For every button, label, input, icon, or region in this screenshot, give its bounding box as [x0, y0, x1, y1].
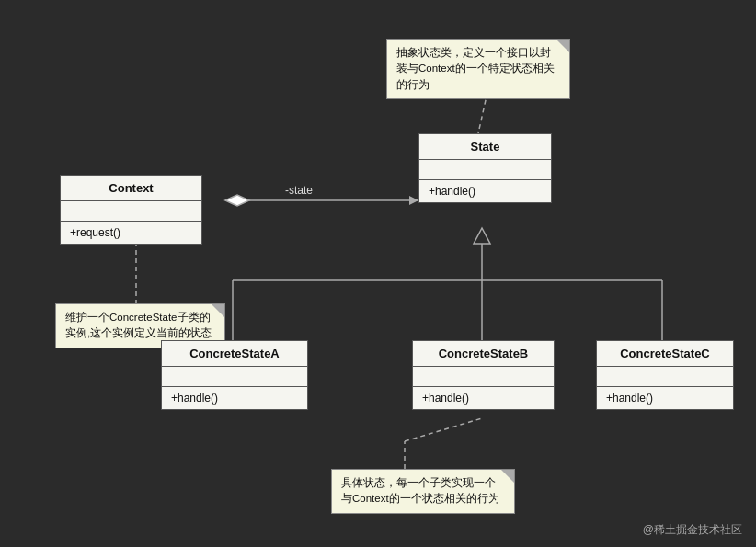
concrete-b-method: +handle()	[413, 387, 554, 409]
concrete-a-method: +handle()	[162, 387, 307, 409]
svg-line-13	[405, 418, 482, 441]
context-box: Context +request()	[60, 175, 202, 245]
concrete-a-box: ConcreteStateA +handle()	[161, 340, 308, 410]
context-title: Context	[61, 176, 201, 201]
watermark: @稀土掘金技术社区	[643, 522, 742, 538]
state-box: State +handle()	[418, 133, 552, 203]
concrete-b-divider	[413, 367, 554, 387]
state-relation-label: -state	[285, 184, 313, 197]
diagram-svg	[0, 0, 756, 547]
concrete-b-title: ConcreteStateB	[413, 341, 554, 367]
concrete-b-box: ConcreteStateB +handle()	[412, 340, 555, 410]
state-method: +handle()	[419, 180, 551, 202]
state-note: 抽象状态类，定义一个接口以封装与Context的一个特定状态相关的行为	[386, 39, 570, 99]
concrete-c-method: +handle()	[597, 387, 733, 409]
concrete-c-divider	[597, 367, 733, 387]
concrete-a-title: ConcreteStateA	[162, 341, 307, 367]
svg-marker-3	[409, 196, 418, 205]
concrete-note: 具体状态，每一个子类实现一个与Context的一个状态相关的行为	[331, 469, 515, 514]
state-divider	[419, 160, 551, 180]
concrete-c-box: ConcreteStateC +handle()	[596, 340, 734, 410]
context-divider	[61, 201, 201, 222]
svg-marker-9	[474, 228, 490, 244]
concrete-c-title: ConcreteStateC	[597, 341, 733, 367]
state-title: State	[419, 134, 551, 160]
concrete-a-divider	[162, 367, 307, 387]
diagram-container: 抽象状态类，定义一个接口以封装与Context的一个特定状态相关的行为 Cont…	[0, 0, 756, 547]
svg-marker-1	[225, 195, 249, 206]
context-method: +request()	[61, 222, 201, 244]
